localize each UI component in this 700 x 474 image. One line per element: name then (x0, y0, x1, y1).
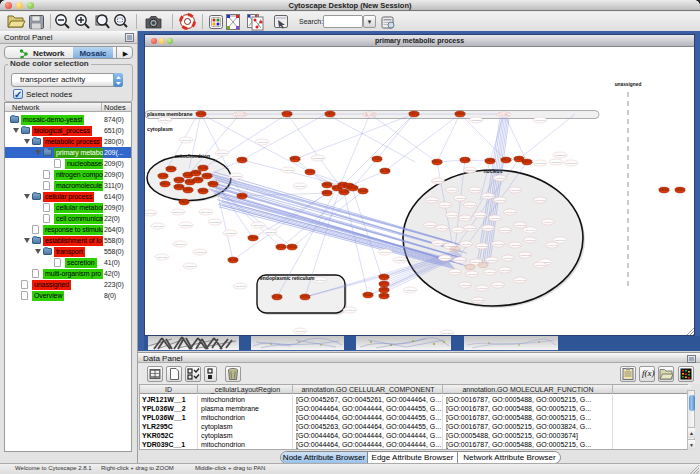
svg-text:YKL060C: YKL060C (450, 271, 461, 274)
svg-text:YKL060C: YKL060C (440, 257, 451, 260)
svg-text:YDR039C: YDR039C (658, 188, 670, 192)
svg-text:YGL008C: YGL008C (197, 166, 209, 170)
svg-text:YGR192C: YGR192C (482, 227, 494, 230)
svg-text:YMR056C: YMR056C (194, 251, 206, 254)
svg-text:YDR039C: YDR039C (521, 160, 533, 164)
svg-text:YLR295C: YLR295C (236, 158, 247, 162)
svg-text:YKL060C: YKL060C (425, 224, 436, 227)
svg-text:YBR085W: YBR085W (554, 239, 566, 242)
svg-text:YLR044C: YLR044C (447, 189, 458, 192)
svg-text:YKL060C: YKL060C (487, 259, 498, 262)
svg-text:YOL086C: YOL086C (465, 227, 476, 230)
svg-text:YOL086C: YOL086C (490, 217, 501, 220)
svg-text:YDL198C: YDL198C (295, 330, 306, 333)
svg-text:YKR052C: YKR052C (178, 200, 190, 204)
svg-text:YKL060C: YKL060C (427, 199, 438, 202)
svg-text:YPL134C: YPL134C (535, 119, 546, 122)
svg-text:YKL060C: YKL060C (475, 214, 486, 217)
svg-text:YLR044C: YLR044C (453, 229, 464, 232)
svg-text:YOL086C: YOL086C (455, 197, 466, 200)
svg-text:YLR044C: YLR044C (485, 271, 496, 274)
svg-text:YDR039C: YDR039C (165, 167, 177, 171)
svg-text:YDR039C: YDR039C (207, 182, 219, 186)
svg-text:YGL008C: YGL008C (195, 112, 207, 116)
svg-text:YGL008C: YGL008C (338, 190, 350, 194)
svg-text:YLR295C: YLR295C (299, 295, 310, 299)
svg-text:YOR222W: YOR222W (394, 259, 407, 262)
svg-text:YDL198C: YDL198C (157, 256, 168, 259)
svg-text:YPL134C: YPL134C (283, 169, 294, 172)
svg-text:YPL134C: YPL134C (257, 141, 268, 144)
svg-text:YPL134C: YPL134C (345, 309, 356, 312)
svg-text:endoplasmic reticulum: endoplasmic reticulum (260, 275, 315, 281)
svg-text:YGL008C: YGL008C (227, 258, 239, 262)
svg-text:YKL060C: YKL060C (535, 264, 546, 267)
svg-text:YLR044C: YLR044C (547, 244, 558, 247)
svg-text:YAL038W: YAL038W (364, 113, 376, 117)
svg-text:YDL198C: YDL198C (295, 185, 306, 188)
svg-text:YLR295C: YLR295C (304, 170, 315, 174)
svg-text:YJL052W: YJL052W (234, 113, 246, 117)
svg-text:YGR192C: YGR192C (476, 245, 488, 248)
svg-text:YLR295C: YLR295C (192, 178, 203, 182)
svg-text:YDL198C: YDL198C (253, 224, 264, 227)
svg-text:YOL086C: YOL086C (505, 211, 516, 214)
svg-text:YGL008C: YGL008C (357, 189, 369, 193)
svg-text:YGL008C: YGL008C (281, 112, 293, 116)
svg-text:YPL134C: YPL134C (380, 251, 391, 254)
svg-text:YBR085W: YBR085W (172, 211, 184, 214)
svg-text:YOR222W: YOR222W (312, 157, 325, 160)
svg-text:YDR039C: YDR039C (236, 194, 248, 198)
svg-text:YKR052C: YKR052C (289, 157, 301, 161)
svg-text:YOR222W: YOR222W (224, 232, 237, 235)
svg-text:YDL198C: YDL198C (181, 139, 192, 142)
svg-text:YKR052C: YKR052C (159, 182, 171, 186)
svg-text:YLR044C: YLR044C (437, 227, 448, 230)
svg-text:YDR039C: YDR039C (197, 189, 209, 193)
svg-text:YDL198C: YDL198C (153, 225, 164, 228)
svg-text:YGR192C: YGR192C (519, 254, 531, 257)
svg-text:YLR044C: YLR044C (460, 217, 471, 220)
svg-text:YGR192C: YGR192C (432, 180, 444, 183)
svg-text:YOL086C: YOL086C (465, 204, 476, 207)
svg-text:YOR222W: YOR222W (180, 224, 193, 227)
svg-text:YDL198C: YDL198C (525, 229, 536, 232)
svg-text:YLR295C: YLR295C (371, 157, 382, 161)
svg-text:YBR085W: YBR085W (159, 119, 171, 122)
svg-text:YKR052C: YKR052C (286, 245, 298, 249)
svg-text:YOL086C: YOL086C (498, 113, 510, 117)
svg-text:YDR039C: YDR039C (247, 236, 259, 240)
svg-text:YLR295C: YLR295C (182, 188, 193, 192)
svg-text:YKL060C: YKL060C (535, 199, 546, 202)
svg-text:YLR295C: YLR295C (190, 171, 201, 175)
svg-text:YBR085W: YBR085W (200, 211, 212, 214)
svg-text:YLR295C: YLR295C (674, 188, 685, 192)
svg-text:YGL008C: YGL008C (459, 158, 471, 162)
svg-text:YOL086C: YOL086C (500, 269, 511, 272)
svg-text:YKL060C: YKL060C (503, 257, 514, 260)
svg-text:YLR044C: YLR044C (483, 195, 494, 198)
svg-text:YLR044C: YLR044C (447, 214, 458, 217)
svg-text:unassigned: unassigned (615, 82, 642, 87)
svg-text:YOR222W: YOR222W (264, 231, 277, 234)
svg-text:YLR044C: YLR044C (515, 279, 526, 282)
svg-text:YDR039C: YDR039C (378, 294, 390, 298)
svg-text:YGL008C: YGL008C (275, 245, 287, 249)
svg-text:YKR052C: YKR052C (500, 158, 512, 162)
svg-text:YDR039C: YDR039C (378, 275, 390, 279)
svg-text:YOL086C: YOL086C (461, 243, 472, 246)
svg-text:YOL086C: YOL086C (510, 189, 521, 192)
svg-text:YDR039C: YDR039C (321, 191, 333, 195)
svg-text:YGL008C: YGL008C (173, 178, 185, 182)
svg-text:YOR222W: YOR222W (230, 175, 243, 178)
svg-text:YOR222W: YOR222W (550, 161, 563, 164)
svg-text:YGR192C: YGR192C (514, 224, 526, 227)
svg-text:YDL198C: YDL198C (145, 212, 156, 215)
svg-text:YDR039C: YDR039C (201, 174, 213, 178)
svg-text:YKL060C: YKL060C (477, 287, 488, 290)
svg-text:YLR044C: YLR044C (493, 284, 504, 287)
svg-text:YBR085W: YBR085W (441, 332, 453, 335)
svg-text:YOL086C: YOL086C (470, 189, 481, 192)
svg-text:YGR192C: YGR192C (464, 169, 476, 172)
svg-text:YGR192C: YGR192C (499, 229, 511, 232)
